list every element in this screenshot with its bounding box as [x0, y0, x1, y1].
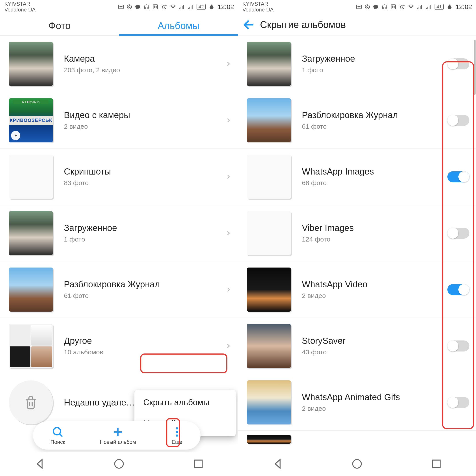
battery-percent: 42	[197, 4, 205, 10]
album-title: Другое	[64, 336, 225, 346]
toolbar-more[interactable]: Еще	[171, 426, 183, 445]
battery-indicator: 42	[197, 4, 205, 10]
nav-home-icon[interactable]	[113, 458, 125, 470]
scroll-indicator[interactable]	[474, 40, 476, 95]
album-title: Viber Images	[302, 223, 447, 233]
toolbar-more-label: Еще	[172, 439, 183, 445]
svg-point-23	[367, 6, 368, 8]
svg-rect-8	[181, 7, 181, 9]
album-thumb	[9, 155, 53, 199]
hide-row-partial	[238, 431, 476, 444]
chevron-right-icon	[225, 61, 231, 67]
album-title: WhatsApp Animated Gifs	[302, 392, 447, 402]
leaf-icon	[447, 4, 452, 10]
svg-rect-7	[180, 8, 180, 9]
nav-back-icon[interactable]	[272, 458, 283, 470]
toolbar-new-album[interactable]: Новый альбом	[100, 426, 136, 445]
svg-rect-24	[383, 7, 383, 9]
svg-rect-32	[426, 8, 427, 9]
clock-time: 12:02	[218, 3, 234, 11]
album-subtitle: 2 видео	[302, 405, 447, 412]
svg-rect-30	[420, 6, 421, 9]
album-row-downloads[interactable]: Загруженное 1 фото	[0, 205, 238, 261]
screen-albums: KYIVSTAR Vodafone UA 42	[0, 0, 238, 476]
svg-rect-4	[148, 7, 149, 9]
album-subtitle: 61 фото	[302, 123, 447, 130]
hide-toggle[interactable]	[447, 284, 469, 295]
album-title: WhatsApp Images	[302, 167, 447, 176]
top-tabs: Фото Альбомы	[0, 14, 238, 36]
svg-rect-28	[418, 8, 418, 9]
tab-photos[interactable]: Фото	[0, 20, 119, 35]
svg-rect-9	[182, 6, 183, 9]
album-row-other[interactable]: Другое 10 альбомов	[0, 318, 238, 374]
carrier-secondary: Vodafone UA	[4, 7, 35, 13]
svg-point-2	[129, 6, 130, 8]
chevron-right-icon	[225, 174, 231, 180]
hide-row-whatsapp-images: WhatsApp Images 68 фото	[238, 149, 476, 205]
play-icon	[11, 131, 20, 140]
album-list[interactable]: Камера 203 фото, 2 видео МІНЕРАЛЬНА КРИВ…	[0, 36, 238, 431]
svg-rect-34	[429, 6, 429, 9]
signal-icon	[179, 4, 185, 10]
tab-albums[interactable]: Альбомы	[119, 20, 238, 35]
carrier-primary: KYIVSTAR	[242, 1, 273, 7]
hide-toggle[interactable]	[447, 397, 469, 408]
signal-icon	[417, 4, 423, 10]
hide-toggle[interactable]	[447, 228, 469, 239]
menu-hide-albums[interactable]: Скрыть альбомы	[135, 392, 236, 413]
album-subtitle: 1 фото	[302, 66, 447, 74]
chrome-icon	[364, 4, 370, 10]
album-row-camera[interactable]: Камера 203 фото, 2 видео	[0, 36, 238, 92]
nav-home-icon[interactable]	[351, 458, 363, 470]
back-button[interactable]	[242, 18, 255, 31]
hide-toggle[interactable]	[447, 340, 469, 352]
battery-percent: 41	[435, 4, 443, 10]
album-thumb	[9, 42, 53, 86]
nav-recent-icon[interactable]	[431, 458, 442, 470]
nav-recent-icon[interactable]	[193, 458, 204, 470]
album-row-unlock-journal[interactable]: Разблокировка Журнал 61 фото	[0, 261, 238, 318]
android-nav-bar	[0, 452, 238, 476]
album-title: Загруженное	[302, 54, 447, 64]
svg-rect-20	[195, 460, 202, 468]
album-thumb	[9, 324, 53, 368]
chrome-icon	[126, 4, 132, 10]
carrier-secondary: Vodafone UA	[242, 7, 273, 13]
hide-toggle[interactable]	[447, 171, 469, 182]
album-subtitle: 203 фото, 2 видео	[64, 66, 225, 74]
chat-icon	[135, 4, 141, 10]
svg-rect-11	[188, 8, 189, 9]
screen-hide-albums: KYIVSTAR Vodafone UA 41	[238, 0, 476, 476]
album-title: Видео с камеры	[64, 110, 225, 120]
album-row-screenshots[interactable]: Скриншоты 83 фото	[0, 149, 238, 205]
android-nav-bar	[238, 452, 476, 476]
svg-rect-10	[183, 5, 184, 9]
alarm-icon	[399, 4, 405, 10]
chat-icon	[373, 4, 379, 10]
album-title: WhatsApp Video	[302, 279, 447, 289]
toolbar-new-album-label: Новый альбом	[100, 439, 136, 445]
svg-rect-14	[192, 5, 193, 9]
hide-toggle[interactable]	[447, 58, 469, 69]
toolbar-search[interactable]: Поиск	[51, 426, 65, 445]
album-subtitle: 124 фото	[302, 236, 447, 243]
svg-point-19	[115, 460, 123, 468]
album-thumb	[247, 380, 291, 425]
leaf-icon	[209, 4, 214, 10]
album-row-camera-video[interactable]: МІНЕРАЛЬНА КРИВООЗЕРСЬК Видео с камеры 2…	[0, 92, 238, 149]
album-title: Камера	[64, 54, 225, 64]
hide-row-storysaver: StorySaver 43 фото	[238, 318, 476, 374]
album-subtitle: 68 фото	[302, 179, 447, 187]
album-subtitle: 61 фото	[64, 292, 225, 300]
nav-back-icon[interactable]	[34, 458, 45, 470]
hide-toggle[interactable]	[447, 115, 469, 126]
svg-point-36	[353, 460, 361, 468]
trash-icon	[9, 380, 53, 425]
svg-rect-31	[421, 5, 422, 9]
nfc-icon	[391, 4, 396, 10]
album-subtitle: 2 видео	[302, 292, 447, 300]
hide-album-list[interactable]: Загруженное 1 фото Разблокировка Журнал …	[238, 36, 476, 444]
signal2-icon	[426, 4, 431, 10]
status-bar: KYIVSTAR Vodafone UA 41	[238, 0, 476, 14]
